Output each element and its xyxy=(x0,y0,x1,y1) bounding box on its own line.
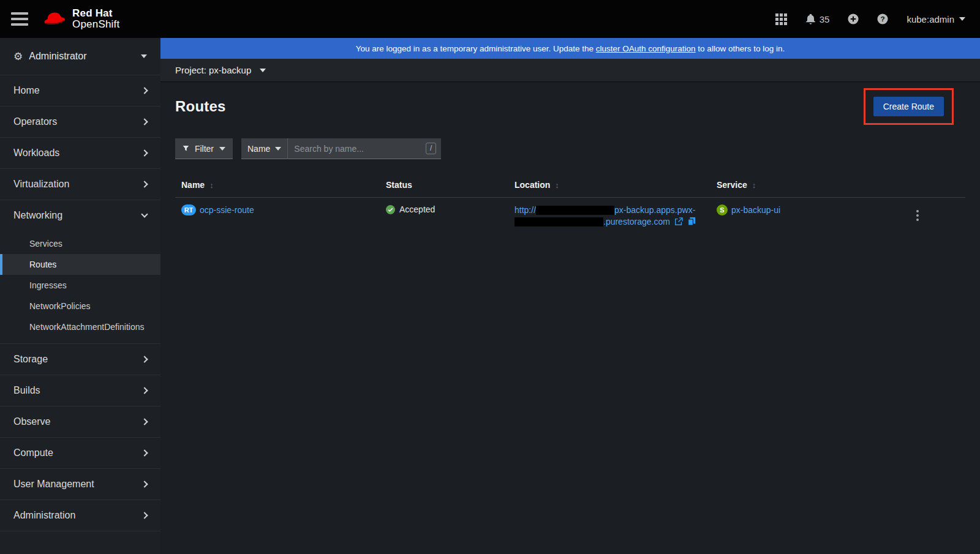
plus-circle-icon xyxy=(848,13,859,24)
sidebar-item-home[interactable]: Home xyxy=(0,75,160,106)
help-button[interactable]: ? xyxy=(877,13,888,24)
filter-dropdown[interactable]: Filter xyxy=(175,138,233,159)
sidebar-item-builds[interactable]: Builds xyxy=(0,375,160,406)
bell-icon xyxy=(805,14,816,24)
redhat-fedora-icon xyxy=(42,9,67,29)
external-link-icon[interactable] xyxy=(674,217,683,226)
chevron-down-icon xyxy=(959,17,965,21)
sort-icon[interactable]: ↕ xyxy=(752,181,756,190)
chevron-right-icon xyxy=(141,149,148,156)
brand-line1: Red Hat xyxy=(72,8,119,19)
networking-subnav: Services Routes Ingresses NetworkPolicie… xyxy=(0,231,160,343)
sidebar-item-label: Builds xyxy=(13,385,40,396)
sidebar-item-operators[interactable]: Operators xyxy=(0,106,160,137)
sub-item-label: Ingresses xyxy=(29,280,67,290)
temp-admin-banner: You are logged in as a temporary adminis… xyxy=(160,38,980,59)
chevron-down-icon[interactable] xyxy=(260,69,266,72)
sidebar-item-label: Workloads xyxy=(13,148,59,159)
filter-toolbar: Filter Name / xyxy=(175,138,965,159)
annotation-highlight-box: Create Route xyxy=(864,88,954,125)
column-header-name[interactable]: Name↕ xyxy=(175,173,380,198)
keyboard-shortcut-badge: / xyxy=(426,143,436,154)
sidebar-item-networking[interactable]: Networking xyxy=(0,200,160,231)
notifications-button[interactable]: 35 xyxy=(805,14,830,24)
sidebar-item-storage[interactable]: Storage xyxy=(0,343,160,375)
sub-item-label: NetworkAttachmentDefinitions xyxy=(29,322,145,332)
sidebar-item-label: Operators xyxy=(13,116,57,127)
sidebar: ⚙ Administrator Home Operators Workloads… xyxy=(0,38,160,554)
masthead: Red Hat OpenShift 35 ? xyxy=(0,0,980,38)
check-circle-icon xyxy=(386,205,395,214)
column-header-status[interactable]: Status xyxy=(380,173,508,198)
sidebar-item-label: User Management xyxy=(13,479,94,490)
chevron-down-icon xyxy=(275,147,281,151)
location-line2[interactable]: .purestorage.com xyxy=(603,217,670,226)
brand-line2: OpenShift xyxy=(72,19,119,30)
sidebar-item-label: Administration xyxy=(13,510,75,521)
status-text: Accepted xyxy=(399,204,435,214)
menu-toggle-icon[interactable] xyxy=(11,12,28,26)
perspective-label: Administrator xyxy=(29,51,86,62)
redhat-openshift-logo[interactable]: Red Hat OpenShift xyxy=(42,8,119,30)
redacted-block xyxy=(514,217,603,226)
sidebar-item-networkattachmentdefinitions[interactable]: NetworkAttachmentDefinitions xyxy=(0,316,160,337)
svg-text:?: ? xyxy=(881,15,885,23)
sidebar-item-label: Home xyxy=(13,85,40,96)
user-menu[interactable]: kube:admin xyxy=(907,14,965,24)
search-group: Name / xyxy=(241,138,441,159)
sidebar-item-label: Observe xyxy=(13,416,50,427)
chevron-right-icon xyxy=(141,356,148,362)
table-header-row: Name↕ Status Location↕ Service↕ xyxy=(175,173,965,198)
sidebar-item-label: Compute xyxy=(13,447,53,459)
sidebar-item-ingresses[interactable]: Ingresses xyxy=(0,275,160,296)
sidebar-filler xyxy=(0,531,160,554)
search-type-label: Name xyxy=(247,144,270,154)
chevron-right-icon xyxy=(141,118,148,125)
route-kind-badge: RT xyxy=(181,204,196,215)
username: kube:admin xyxy=(907,14,954,24)
chevron-down-icon xyxy=(141,211,148,217)
search-input[interactable] xyxy=(294,144,426,154)
search-type-dropdown[interactable]: Name xyxy=(241,138,288,159)
service-kind-badge: S xyxy=(717,204,728,215)
sub-item-label: NetworkPolicies xyxy=(29,301,91,311)
sidebar-item-virtualization[interactable]: Virtualization xyxy=(0,168,160,200)
chevron-right-icon xyxy=(141,512,148,518)
sidebar-item-administration[interactable]: Administration xyxy=(0,500,160,531)
sidebar-item-workloads[interactable]: Workloads xyxy=(0,137,160,168)
location-line1[interactable]: px-backup.apps.pwx- xyxy=(614,205,695,215)
filter-icon xyxy=(183,144,189,152)
cluster-oauth-configuration-link[interactable]: cluster OAuth configuration xyxy=(596,44,696,53)
project-selector[interactable]: Project: px-backup xyxy=(175,65,251,75)
service-name-link[interactable]: px-backup-ui xyxy=(731,205,780,215)
chevron-down-icon xyxy=(141,54,147,58)
kebab-menu-icon[interactable] xyxy=(913,208,922,223)
app-launcher-button[interactable] xyxy=(775,13,787,25)
sidebar-item-observe[interactable]: Observe xyxy=(0,406,160,437)
create-route-button[interactable]: Create Route xyxy=(873,97,944,116)
project-bar: Project: px-backup xyxy=(160,59,980,82)
chevron-right-icon xyxy=(141,87,148,94)
copy-icon[interactable] xyxy=(687,217,696,226)
chevron-down-icon xyxy=(219,147,225,151)
sidebar-item-label: Virtualization xyxy=(13,179,69,190)
main-area: You are logged in as a temporary adminis… xyxy=(160,38,980,554)
sort-icon[interactable]: ↕ xyxy=(555,181,559,190)
sort-icon[interactable]: ↕ xyxy=(209,181,214,190)
add-button[interactable] xyxy=(848,13,859,24)
cogs-icon: ⚙ xyxy=(13,50,23,63)
sidebar-item-services[interactable]: Services xyxy=(0,233,160,254)
perspective-switcher[interactable]: ⚙ Administrator xyxy=(0,38,160,75)
column-header-service[interactable]: Service↕ xyxy=(710,173,870,198)
sidebar-item-user-management[interactable]: User Management xyxy=(0,468,160,500)
route-name-link[interactable]: ocp-ssie-route xyxy=(200,205,254,215)
page-title: Routes xyxy=(175,98,965,115)
sidebar-item-routes[interactable]: Routes xyxy=(0,254,160,275)
column-header-location[interactable]: Location↕ xyxy=(508,173,710,198)
sidebar-item-networkpolicies[interactable]: NetworkPolicies xyxy=(0,296,160,316)
chevron-right-icon xyxy=(141,481,148,487)
sidebar-item-compute[interactable]: Compute xyxy=(0,437,160,468)
location-prefix: http:// xyxy=(514,205,536,215)
sidebar-item-label: Networking xyxy=(13,210,62,221)
page-content: Routes Create Route Filter Name xyxy=(160,82,980,554)
